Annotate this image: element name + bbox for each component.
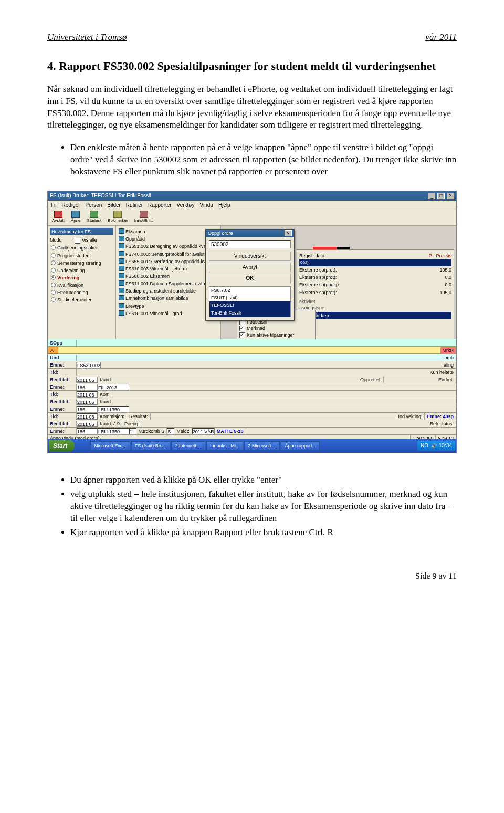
ordre-input[interactable]: 530002 (209, 240, 291, 248)
tb-bokmerker[interactable]: Bokmerker (106, 210, 130, 224)
mod-etterutdanning[interactable]: Etterutdanning (50, 289, 113, 296)
app-screenshot: FS (fsuit) Bruker: TEFOSSLI Tor-Erik Fos… (47, 191, 457, 453)
rp-aktivitet: aktivitet (299, 298, 452, 305)
task-item[interactable]: Åpne rapport... (281, 441, 320, 451)
taskbar-tasks: Microsoft Exc... FS (fsuit) Bru... 2 Int… (90, 441, 417, 451)
side-item[interactable]: FS611.001 Diploma Supplement / vitnemåls… (118, 280, 218, 287)
side-item[interactable]: FS610.001 Vitnemål - grad (118, 310, 218, 317)
mod-undervisning[interactable]: Undervisning (50, 267, 113, 274)
rpanel-header: 002] (299, 259, 452, 266)
mod-semester[interactable]: Semesterregistrering (50, 259, 113, 267)
menu-fil[interactable]: Fil (51, 202, 57, 207)
bookmark-icon (113, 211, 122, 218)
ok-button[interactable]: OK (209, 274, 291, 283)
bullet-2-item: velg utplukk sted = hele institusjonen, … (70, 488, 457, 525)
task-item[interactable]: 2 Internett ... (171, 441, 205, 451)
dialog-close-icon[interactable]: × (285, 230, 292, 236)
bullet-list-2: Du åpner rapporten ved å klikke på OK el… (47, 474, 457, 539)
registr-dato-label: Registr.dato (299, 253, 324, 259)
side-item[interactable]: FS651.002 Beregning av oppnådd kvalifika… (118, 243, 218, 250)
chk-kun-aktive[interactable]: Kun aktive tilpasninger (239, 332, 313, 338)
lang-indicator[interactable]: NO (421, 442, 428, 450)
a-badge: A (48, 347, 58, 354)
rp-asningstype: asningstype (299, 305, 452, 311)
task-item[interactable]: Microsoft Exc... (90, 441, 130, 451)
page-header: Universitetet i Tromsø vår 2011 (47, 32, 457, 44)
mod-studieelementer[interactable]: Studieelementer (50, 296, 113, 304)
side-list: Eksamen Oppnådd FS651.002 Beregning av o… (118, 228, 218, 317)
taskbar: Start Microsoft Exc... FS (fsuit) Bru...… (48, 439, 456, 453)
chk-merknad[interactable]: Merknad (239, 325, 313, 331)
task-item[interactable]: FS (fsuit) Bru... (131, 441, 171, 451)
bullet-list-1: Den enkleste måten å hente rapporten på … (47, 142, 457, 178)
mrkr-label: MrkR (440, 347, 457, 353)
menu-rapporter[interactable]: Rapporter (148, 202, 171, 207)
section-title: 4. Rapport FS530.002 Spesialtilpasninger… (47, 58, 457, 74)
dialog-info-box: FS6.7.02 FSUIT (fsuit) TEFOSSLI Tor-Erik… (209, 286, 291, 317)
vinduoversikt-button[interactable]: Vinduoversikt (209, 252, 291, 261)
start-button[interactable]: Start (49, 440, 75, 452)
rp-studiear: , studieår lære (299, 312, 452, 319)
close-icon[interactable]: × (447, 193, 454, 199)
mod-programstudent[interactable]: Programstudent (50, 252, 113, 259)
bullet-2-item: Du åpner rapporten ved å klikke på OK el… (70, 474, 457, 486)
clock: 13:34 (439, 442, 452, 450)
paragraph-1: Når søknad om individuell tilretteleggin… (47, 84, 457, 132)
tb-apne[interactable]: Åpne (69, 210, 83, 224)
avbryt-button[interactable]: Avbryt (209, 263, 291, 272)
bullet-2-item: Kjør rapporten ved å klikke på knappen R… (70, 527, 457, 539)
settings-icon (140, 211, 148, 218)
student-icon (90, 211, 98, 218)
dialog-titlebar: Oppgi ordre × (206, 230, 294, 237)
side-item[interactable]: Eksamen (118, 228, 218, 235)
maximize-icon[interactable]: □ (437, 193, 445, 199)
side-item[interactable]: Brevtype (118, 303, 218, 310)
menu-rediger[interactable]: Rediger (62, 202, 80, 207)
side-item[interactable]: FS655.001: Overføring av oppnådd kvalifi… (118, 258, 218, 265)
exit-icon (54, 211, 62, 218)
window-buttons[interactable]: _ □ × (427, 192, 454, 200)
toolbar: Avslutt Åpne Student Bokmerker Innstilli… (48, 209, 456, 226)
system-tray: NO 🔊 13:34 (417, 441, 455, 451)
modul-label: Modul Vis alle (50, 237, 113, 243)
mod-kvalifikasjon[interactable]: Kvalifikasjon (50, 282, 113, 289)
side-item[interactable]: Emnekombinasjon samlebilde (118, 295, 218, 302)
app-title: FS (fsuit) Bruker: TEFOSSLI Tor-Erik Fos… (50, 192, 151, 200)
menubar[interactable]: Fil Rediger Person Bilder Rutiner Rappor… (48, 201, 456, 209)
side-item[interactable]: Studieprogramstudent samlebilde (118, 287, 218, 295)
task-item[interactable]: Innboks - Mi... (206, 441, 244, 451)
statusbar-text: Åpne vindu (med ordre) (48, 435, 411, 440)
menu-rutiner[interactable]: Rutiner (126, 202, 143, 207)
p-praksis: P - Praksis (429, 253, 452, 259)
page-footer: Side 9 av 11 (47, 570, 457, 582)
tb-student[interactable]: Student (85, 210, 104, 224)
task-item[interactable]: 2 Microsoft ... (244, 441, 280, 451)
side-item[interactable]: Oppnådd (118, 235, 218, 243)
bullet-1-item: Den enkleste måten å hente rapporten på … (70, 142, 457, 178)
header-left: Universitetet i Tromsø (47, 32, 127, 44)
open-icon (71, 211, 80, 218)
data-grid: SOpp AMrkR Undomb Emne:FS530.002aling Ti… (48, 339, 456, 439)
side-item[interactable]: FS610.003 Vitnemål - jetform (118, 265, 218, 273)
tb-innstillinger[interactable]: Innstillin... (132, 210, 155, 224)
side-item[interactable]: FS508.002 Eksamen (118, 273, 218, 280)
mod-vurdering[interactable]: Vurdering (50, 274, 113, 282)
minimize-icon[interactable]: _ (428, 193, 435, 199)
side-item[interactable]: FS740.003: Sensurprotokoll for avslutten… (118, 251, 218, 258)
mod-godkjenning[interactable]: Godkjenningssaker (50, 244, 113, 252)
menu-vindu[interactable]: Vindu (200, 202, 213, 207)
header-right: vår 2011 (425, 32, 457, 44)
app-titlebar: FS (fsuit) Bruker: TEFOSSLI Tor-Erik Fos… (48, 191, 456, 201)
tray-icon[interactable]: 🔊 (430, 442, 437, 450)
vis-alle-checkbox[interactable]: Vis alle (75, 237, 97, 243)
right-info-panel: Registr.dato P - Praksis 002] Eksterne s… (297, 249, 454, 351)
oppgi-ordre-dialog: Oppgi ordre × 530002 Vinduoversikt Avbry… (205, 229, 295, 321)
tb-avslutt[interactable]: Avslutt (50, 210, 67, 224)
menu-bilder[interactable]: Bilder (107, 202, 121, 207)
menu-verktoy[interactable]: Verktøy (177, 202, 195, 207)
menu-person[interactable]: Person (86, 202, 102, 207)
menu-hjelp[interactable]: Hjelp (218, 202, 230, 207)
hovedmeny-title: Hovedmeny for FS (50, 228, 113, 235)
